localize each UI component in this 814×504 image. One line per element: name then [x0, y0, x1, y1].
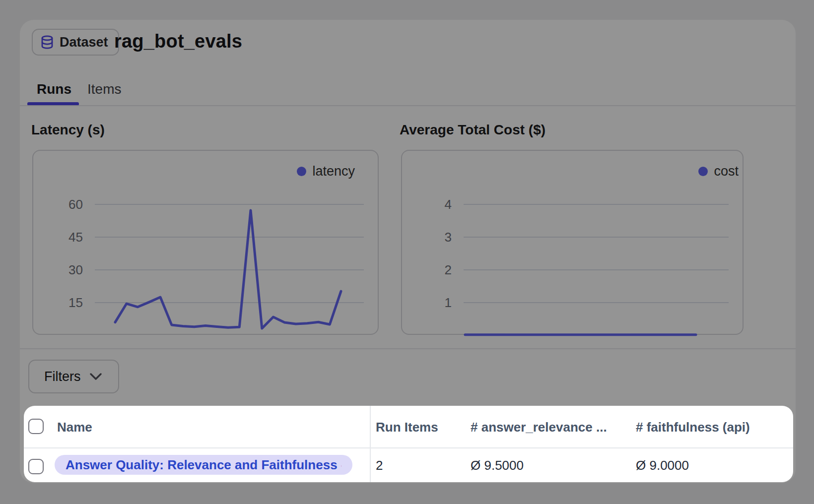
cost-chart-title: Average Total Cost ($) [400, 122, 545, 138]
page-title: rag_bot_evals [114, 31, 242, 52]
latency-chart: latency 15304560 [32, 150, 379, 335]
dataset-badge: Dataset [32, 29, 119, 56]
tab-runs[interactable]: Runs [37, 81, 71, 97]
dataset-badge-label: Dataset [60, 35, 108, 50]
column-header-faithfulness: # faithfulness (api) [636, 420, 750, 435]
tab-items[interactable]: Items [87, 81, 121, 97]
column-header-answer-relevance: # answer_relevance ... [471, 420, 607, 435]
charts-filters-divider [20, 348, 796, 349]
run-name-link[interactable]: Answer Quality: Relevance and Faithfulne… [55, 455, 352, 475]
latency-chart-title: Latency (s) [31, 122, 105, 138]
faithfulness-value: Ø 9.0000 [636, 458, 689, 473]
tabbar-divider [20, 105, 796, 106]
cost-chart: cost 1234 [401, 150, 744, 335]
database-icon [40, 35, 55, 50]
dataset-card: Dataset rag_bot_evals Runs Items Latency… [20, 20, 796, 483]
chart-canvas [33, 151, 380, 336]
table-column-divider [370, 406, 371, 482]
chevron-down-icon [89, 373, 102, 380]
latency-line [115, 210, 341, 328]
select-all-checkbox[interactable] [28, 419, 44, 434]
table-header-divider [24, 447, 793, 448]
column-header-name: Name [57, 420, 92, 435]
page-background: Dataset rag_bot_evals Runs Items Latency… [0, 0, 814, 504]
column-header-run-items: Run Items [376, 420, 438, 435]
run-items-value: 2 [376, 458, 383, 473]
row-checkbox[interactable] [28, 459, 44, 474]
chart-canvas [402, 151, 745, 336]
run-name-text: Answer Quality: Relevance and Faithfulne… [66, 457, 341, 473]
runs-table: Name Run Items # answer_relevance ... # … [24, 406, 793, 482]
filters-button[interactable]: Filters [28, 360, 119, 393]
answer-relevance-value: Ø 9.5000 [471, 458, 524, 473]
filters-button-label: Filters [44, 369, 81, 384]
